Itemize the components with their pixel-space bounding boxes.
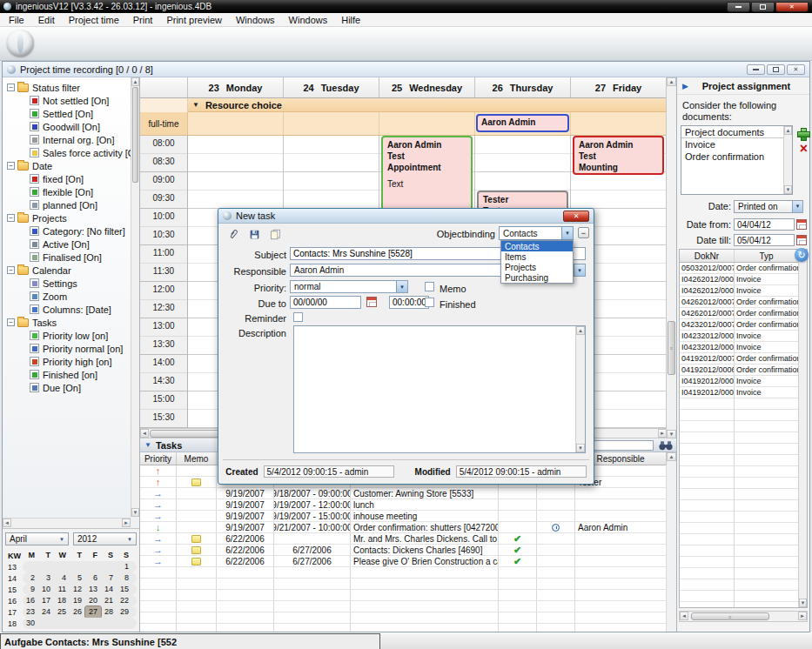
document-row[interactable] <box>680 523 807 534</box>
minical-day[interactable]: 23 <box>23 606 38 618</box>
minimize-button[interactable] <box>727 2 750 12</box>
document-row[interactable] <box>680 489 807 500</box>
close-button[interactable]: ✕ <box>775 2 809 12</box>
document-row[interactable] <box>680 591 807 602</box>
scroll-down-icon[interactable]: ▼ <box>131 508 139 517</box>
description-textarea[interactable]: ▲ ▼ <box>293 325 586 453</box>
minical-day[interactable]: 16 <box>23 595 38 606</box>
scrollbar-thumb[interactable]: ≡ <box>691 612 769 620</box>
document-row[interactable] <box>680 466 807 478</box>
document-row[interactable] <box>680 421 807 432</box>
minical-day[interactable] <box>117 618 132 629</box>
menu-windows[interactable]: Windows <box>229 13 282 26</box>
tree-item-priority-normal-on[interactable]: Priority normal [on] <box>3 342 131 355</box>
assignment-horizontal-scrollbar[interactable]: ◄ ≡ ► <box>679 611 808 622</box>
scroll-up-icon[interactable]: ▲ <box>784 126 792 135</box>
minical-day[interactable] <box>85 561 101 572</box>
collapse-button[interactable]: − <box>578 227 589 238</box>
document-row[interactable] <box>680 545 807 557</box>
task-row[interactable] <box>140 590 667 601</box>
doc-minimize-button[interactable] <box>747 64 765 75</box>
tree-item-finalised-on[interactable]: Finalised [On] <box>3 251 131 264</box>
tree-item-settled-on[interactable]: Settled [On] <box>3 107 131 120</box>
tree-group-projects[interactable]: −Projects <box>3 211 131 224</box>
duplicate-icon[interactable] <box>269 228 281 240</box>
collapse-expander-icon[interactable]: − <box>7 266 15 274</box>
minical-day[interactable]: 22 <box>117 595 132 606</box>
minical-day[interactable] <box>70 561 85 572</box>
minical-day[interactable]: 26 <box>70 606 85 618</box>
priority-select[interactable]: normal ▼ <box>290 280 408 293</box>
document-row[interactable] <box>680 410 807 421</box>
tree-item-not-settled-on[interactable]: Not settled [On] <box>3 94 131 107</box>
day-header-wednesday[interactable]: 25Wednesday <box>379 77 475 97</box>
day-header-thursday[interactable]: 26Thursday <box>475 77 571 97</box>
assignment-header[interactable]: ▶ Project assignment <box>677 77 809 95</box>
document-row[interactable] <box>680 478 807 489</box>
minical-day[interactable]: 12 <box>70 584 85 595</box>
scroll-left-icon[interactable]: ◄ <box>3 519 11 527</box>
minical-day[interactable]: 15 <box>117 584 132 595</box>
tree-group-date[interactable]: −Date <box>3 159 131 172</box>
menu-edit[interactable]: Edit <box>31 13 62 26</box>
fulltime-cell[interactable] <box>379 112 475 135</box>
document-row[interactable]: I04192012/0004Invoice <box>680 376 807 387</box>
dropdown-arrow-icon[interactable]: ▼ <box>561 227 573 239</box>
resource-choice-banner[interactable]: ▼ Resource choice <box>140 98 667 112</box>
document-row[interactable]: 04232012/0007Order confirmation <box>680 319 807 331</box>
minical-day[interactable] <box>54 618 70 629</box>
document-row[interactable]: I04192012/0004Invoice <box>680 387 807 398</box>
finished-checkbox[interactable] <box>425 298 434 307</box>
document-row[interactable]: I04262012/0004Invoice <box>680 274 807 285</box>
task-row[interactable]: →9/19/20079/19/2007 - 12:00:00lunch <box>140 499 667 511</box>
search-binoculars-icon[interactable] <box>659 440 673 452</box>
date-from-input[interactable]: 04/04/12 <box>734 218 795 231</box>
tree-item-active-on[interactable]: Active [On] <box>3 238 131 251</box>
document-row[interactable]: I04262012/0004Invoice <box>680 285 807 297</box>
attachment-icon[interactable] <box>227 228 239 240</box>
objectbinding-option-purchasing[interactable]: Purchasing <box>501 272 573 283</box>
objectbinding-option-projects[interactable]: Projects <box>501 262 573 272</box>
textarea-vertical-scrollbar[interactable]: ▲ ▼ <box>575 326 585 452</box>
calendar-event[interactable]: Aaron AdminTestMountingMounting <box>573 136 664 175</box>
documents-table-header[interactable]: DokNr Typ <box>680 250 807 263</box>
minical-day[interactable] <box>23 561 38 572</box>
tree-group-status-filter[interactable]: −Status filter <box>3 81 131 94</box>
document-row[interactable] <box>680 398 807 410</box>
dialog-close-button[interactable]: ✕ <box>563 211 589 222</box>
scroll-up-icon[interactable]: ▲ <box>667 77 676 86</box>
document-row[interactable]: I04232012/0004Invoice <box>680 331 807 342</box>
menu-hilfe[interactable]: Hilfe <box>334 13 367 26</box>
fulltime-cell[interactable] <box>188 112 284 135</box>
document-row[interactable]: 04192012/0006Order confirmation <box>680 365 807 376</box>
calendar-picker-icon[interactable] <box>796 219 807 230</box>
task-row[interactable]: →6/22/20066/27/2006Contacts: Dickens Cha… <box>140 545 667 556</box>
menu-windows[interactable]: Windows <box>282 13 335 26</box>
tree-item-category-no-filter[interactable]: Category: [No filter] <box>3 224 131 238</box>
minical-day[interactable] <box>54 561 70 572</box>
tree-vertical-scrollbar[interactable]: ▲ ▼ <box>131 77 139 517</box>
objectbinding-option-items[interactable]: Items <box>501 251 573 262</box>
document-row[interactable]: 04262012/0007Order confirmation <box>680 308 807 319</box>
minical-day[interactable]: 2 <box>23 572 38 584</box>
allday-event[interactable]: Aaron Admin <box>476 114 569 132</box>
document-row[interactable] <box>680 579 807 591</box>
date-mode-select[interactable]: Printed on ▼ <box>734 200 803 213</box>
task-row[interactable] <box>140 624 667 632</box>
task-row[interactable] <box>140 579 667 590</box>
minical-day[interactable]: 11 <box>54 584 70 595</box>
document-row[interactable] <box>680 455 807 466</box>
task-row[interactable]: →6/22/2006Mr. and Mrs. Charles Dickens. … <box>140 533 667 545</box>
document-row[interactable] <box>680 568 807 579</box>
task-row[interactable]: →9/19/20079/18/2007 - 09:00:00Customer: … <box>140 488 667 499</box>
fulltime-cell[interactable]: Aaron Admin <box>475 112 571 135</box>
minical-day[interactable]: 17 <box>38 595 54 606</box>
minical-day[interactable]: 8 <box>117 572 132 584</box>
scroll-down-icon[interactable]: ▼ <box>799 599 807 607</box>
task-row[interactable]: →9/19/20079/19/2007 - 15:00:00inhouse me… <box>140 511 667 522</box>
month-select[interactable]: April ▼ <box>5 532 69 545</box>
minical-day[interactable]: 1 <box>117 561 132 572</box>
tree-item-due-on[interactable]: Due [On] <box>3 381 131 394</box>
typ-column-header[interactable]: Typ <box>735 250 798 262</box>
document-row[interactable] <box>680 432 807 444</box>
